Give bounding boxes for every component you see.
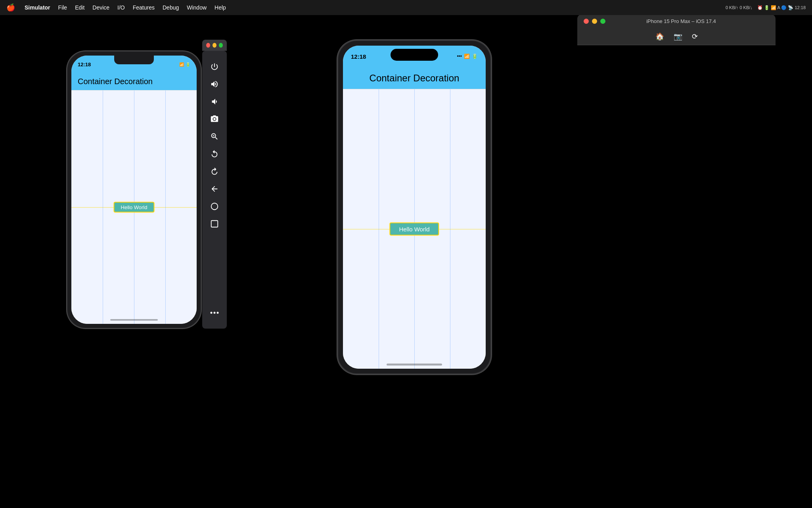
dynamic-island (391, 49, 438, 61)
svg-point-4 (217, 312, 219, 314)
win-max-btn[interactable] (600, 19, 605, 24)
toolbar-rotate-right-btn[interactable] (206, 145, 223, 163)
toolbar-back-btn[interactable] (206, 180, 223, 198)
status-icons-large: ••• 📶 🔋 (457, 54, 478, 59)
toolbar-camera-btn[interactable] (206, 110, 223, 128)
hello-label-large: Hello World (399, 226, 429, 233)
content-large: Hello World (343, 89, 486, 369)
home-indicator-large (387, 364, 442, 366)
menu-item-io[interactable]: I/O (117, 4, 125, 11)
grid-v-quarter-large (379, 89, 379, 369)
iphone15-title-bar: iPhone 15 Pro Max – iOS 17.4 (577, 14, 776, 28)
iphone-screen-large: 12:18 ••• 📶 🔋 DEBUG Container Decoration (343, 46, 486, 369)
time-small: 12:18 (78, 62, 91, 67)
menu-item-file[interactable]: File (58, 4, 67, 11)
menu-item-edit[interactable]: Edit (75, 4, 84, 11)
toolbar-close-btn[interactable] (206, 43, 210, 48)
svg-rect-1 (211, 221, 218, 227)
iphone-simulator-small: 12:18 📶 🔋 DEBUG Container Decoration (67, 51, 201, 329)
status-bar-small: 12:18 📶 🔋 DEBUG (71, 56, 197, 73)
grid-v-three-quarter-large (450, 89, 450, 369)
iphone-frame-small: 12:18 📶 🔋 DEBUG Container Decoration (67, 51, 201, 329)
iphone15-toolbar-bar: 🏠 📷 ⟳ (577, 28, 776, 45)
menu-item-device[interactable]: Device (92, 4, 109, 11)
notch-small (114, 56, 154, 64)
app-bar-small: Container Decoration (71, 73, 197, 90)
toolbar-more-btn[interactable] (206, 304, 223, 321)
hello-label-small: Hello World (121, 204, 147, 210)
app-bar-large: Container Decoration (343, 67, 486, 89)
menu-item-window[interactable]: Window (187, 4, 207, 11)
grid-v-quarter (103, 90, 103, 324)
toolbar-square-btn[interactable] (206, 215, 223, 233)
content-small: Hello World (71, 90, 197, 324)
wifi-icon-small: 📶 (179, 62, 184, 67)
toolbar-zoom-btn[interactable] (206, 128, 223, 145)
toolbar-window-bar (202, 40, 227, 51)
apple-menu-icon[interactable]: 🍎 (6, 3, 15, 12)
menu-item-debug[interactable]: Debug (163, 4, 179, 11)
toolbar-home-btn[interactable] (206, 198, 223, 215)
iphone-simulator-large: 12:18 ••• 📶 🔋 DEBUG Container Decoration (337, 40, 492, 375)
win-min-btn[interactable] (592, 19, 597, 24)
app-title-large: Container Decoration (351, 73, 478, 84)
iphone15-title-text: iPhone 15 Pro Max – iOS 17.4 (609, 18, 754, 24)
iphone-screen-small: 12:18 📶 🔋 DEBUG Container Decoration (71, 56, 197, 324)
menu-item-features[interactable]: Features (133, 4, 155, 11)
svg-point-0 (211, 203, 218, 210)
hello-world-btn-small[interactable]: Hello World (114, 202, 155, 213)
home-icon[interactable]: 🏠 (655, 32, 664, 41)
toolbar-power-btn[interactable] (206, 58, 223, 75)
toolbar-min-btn[interactable] (213, 43, 216, 48)
toolbar-max-btn[interactable] (219, 43, 223, 48)
battery-icon-small: 🔋 (186, 62, 190, 67)
home-indicator-small (110, 319, 158, 321)
toolbar-panel (202, 51, 227, 329)
menu-item-help[interactable]: Help (214, 4, 226, 11)
toolbar-volume-up-btn[interactable] (206, 75, 223, 93)
rotate-icon[interactable]: ⟳ (692, 32, 698, 41)
iphone15-window: iPhone 15 Pro Max – iOS 17.4 🏠 📷 ⟳ (577, 14, 776, 45)
wifi-icon-large: 📶 (464, 54, 470, 59)
time-large: 12:18 (351, 53, 366, 60)
signal-icon-large: ••• (457, 54, 462, 59)
status-bar-large: 12:18 ••• 📶 🔋 DEBUG (343, 46, 486, 67)
app-title-small: Container Decoration (78, 77, 153, 86)
toolbar-volume-down-btn[interactable] (206, 93, 223, 110)
toolbar-rotate-left-btn[interactable] (206, 163, 223, 180)
svg-point-2 (211, 312, 213, 314)
menu-bar-status: 0 KB/↑ 0 KB/↓ ⏰ 🔋 📶 A 🔵 📡 12:18 (726, 5, 806, 10)
hello-world-btn-large[interactable]: Hello World (389, 223, 439, 236)
grid-v-three-quarter (165, 90, 166, 324)
status-icons-small: 📶 🔋 (179, 62, 190, 67)
win-close-btn[interactable] (584, 19, 589, 24)
debug-badge-small: DEBUG (192, 56, 197, 59)
iphone-frame-large: 12:18 ••• 📶 🔋 DEBUG Container Decoration (337, 40, 492, 375)
menu-bar-right: 0 KB/↑ 0 KB/↓ ⏰ 🔋 📶 A 🔵 📡 12:18 (726, 5, 806, 10)
debug-badge-large: DEBUG (480, 46, 486, 50)
menu-bar: 🍎 Simulator File Edit Device I/O Feature… (0, 0, 812, 15)
screenshot-icon[interactable]: 📷 (674, 32, 682, 41)
svg-point-3 (214, 312, 216, 314)
menu-item-simulator[interactable]: Simulator (25, 4, 50, 11)
battery-icon-large: 🔋 (472, 54, 478, 59)
